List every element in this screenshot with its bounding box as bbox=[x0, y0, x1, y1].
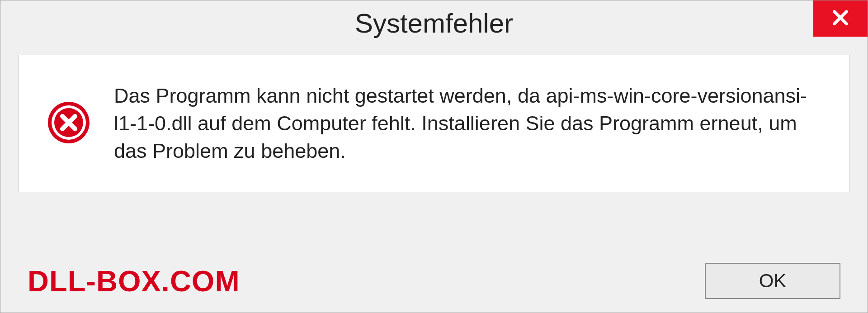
titlebar: Systemfehler bbox=[0, 0, 868, 46]
close-icon bbox=[831, 9, 849, 28]
ok-button-label: OK bbox=[759, 270, 787, 292]
error-message: Das Programm kann nicht gestartet werden… bbox=[114, 82, 822, 165]
close-button[interactable] bbox=[813, 0, 868, 37]
dialog-title: Systemfehler bbox=[355, 8, 513, 39]
watermark-text: DLL-BOX.COM bbox=[28, 264, 240, 298]
footer: DLL-BOX.COM OK bbox=[0, 263, 868, 299]
error-icon bbox=[46, 100, 91, 147]
content-panel: Das Programm kann nicht gestartet werden… bbox=[19, 55, 849, 192]
ok-button[interactable]: OK bbox=[705, 263, 840, 299]
